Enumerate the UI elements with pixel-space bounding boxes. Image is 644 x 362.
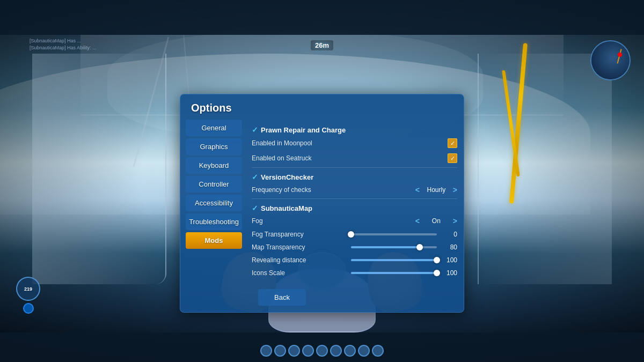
map-transparency-track[interactable] bbox=[351, 246, 437, 248]
distance-value: 26m bbox=[315, 41, 329, 49]
nav-accessibility[interactable]: Accessibility bbox=[186, 195, 242, 211]
seatruck-checkbox[interactable]: ✓ bbox=[448, 153, 457, 163]
setting-fog-transparency: Fog Transparency 0 bbox=[252, 228, 457, 241]
prawn-title: Prawn Repair and Charge bbox=[261, 126, 346, 134]
debug-line-1: [SubnauticaMap] Has ... bbox=[30, 38, 97, 45]
prawn-checkmark: ✓ bbox=[252, 125, 258, 134]
map-transparency-value: 80 bbox=[441, 243, 457, 251]
seatruck-check-icon: ✓ bbox=[450, 155, 455, 162]
nav-troubleshooting[interactable]: Troubleshooting bbox=[186, 213, 242, 230]
icons-scale-track[interactable] bbox=[351, 272, 437, 274]
debug-line-2: [SubnauticaMap] Has Ability: ... bbox=[30, 45, 97, 51]
map-transparency-label: Map Transparency bbox=[252, 243, 305, 251]
nav-general[interactable]: General bbox=[186, 120, 242, 136]
inventory-slot-4 bbox=[302, 345, 314, 357]
revealing-distance-slider-row: 100 bbox=[351, 256, 457, 264]
inventory-slot-3 bbox=[288, 345, 300, 357]
hud-left: 219 bbox=[16, 277, 40, 314]
revealing-distance-value: 100 bbox=[441, 256, 457, 264]
interior-left-wall bbox=[32, 54, 166, 284]
setting-moonpool: Enabled in Moonpool ✓ bbox=[252, 136, 457, 151]
minimap bbox=[590, 40, 631, 80]
interior-right-wall bbox=[478, 54, 612, 284]
revealing-distance-track[interactable] bbox=[351, 259, 437, 261]
fog-next[interactable]: > bbox=[453, 217, 457, 225]
fog-prev[interactable]: < bbox=[415, 217, 420, 225]
fog-control: < On > bbox=[415, 217, 457, 225]
fog-transparency-label: Fog Transparency bbox=[252, 231, 304, 238]
map-transparency-fill bbox=[351, 246, 420, 248]
nav-keyboard[interactable]: Keyboard bbox=[186, 157, 242, 174]
fog-transparency-slider-row: 0 bbox=[351, 231, 457, 238]
moonpool-check-icon: ✓ bbox=[450, 140, 455, 147]
revealing-distance-thumb[interactable] bbox=[434, 257, 440, 263]
inventory-slot-1 bbox=[260, 345, 272, 357]
icons-scale-slider-row: 100 bbox=[351, 269, 457, 277]
panel-title: Options bbox=[180, 94, 464, 120]
nav-controller[interactable]: Controller bbox=[186, 176, 242, 193]
nav-graphics[interactable]: Graphics bbox=[186, 138, 242, 155]
revealing-distance-fill bbox=[351, 259, 437, 261]
fog-value: On bbox=[423, 217, 450, 225]
debug-text: [SubnauticaMap] Has ... [SubnauticaMap] … bbox=[30, 38, 97, 51]
setting-frequency: Frequency of checks < Hourly > bbox=[252, 183, 457, 197]
hud-inventory bbox=[260, 345, 384, 357]
setting-seatruck: Enabled on Seatruck ✓ bbox=[252, 151, 457, 166]
frequency-prev[interactable]: < bbox=[415, 186, 420, 194]
versionchecker-title: VersionChecker bbox=[261, 173, 313, 181]
distance-indicator: 26m bbox=[311, 40, 333, 50]
section-subnauticamap-header: ✓ SubnauticaMap bbox=[252, 201, 457, 214]
setting-revealing-distance: Revealing distance 100 bbox=[252, 254, 457, 267]
content-area[interactable]: ✓ Prawn Repair and Charge Enabled in Moo… bbox=[247, 120, 464, 285]
icons-scale-label: Icons Scale bbox=[252, 269, 285, 277]
revealing-distance-label: Revealing distance bbox=[252, 256, 306, 264]
inventory-slot-5 bbox=[316, 345, 328, 357]
setting-icons-scale: Icons Scale 100 bbox=[252, 267, 457, 279]
fog-transparency-value: 0 bbox=[441, 231, 457, 238]
section-prawn-header: ✓ Prawn Repair and Charge bbox=[252, 122, 457, 136]
frequency-label: Frequency of checks bbox=[252, 186, 311, 194]
versionchecker-checkmark: ✓ bbox=[252, 173, 258, 181]
frequency-next[interactable]: > bbox=[453, 186, 457, 194]
fog-label: Fog bbox=[252, 217, 263, 225]
inventory-slot-6 bbox=[330, 345, 342, 357]
moonpool-checkbox[interactable]: ✓ bbox=[448, 138, 457, 148]
top-bar bbox=[0, 0, 644, 35]
options-panel: Options General Graphics Keyboard Contro… bbox=[180, 94, 464, 313]
divider-2 bbox=[252, 198, 457, 199]
setting-fog: Fog < On > bbox=[252, 214, 457, 228]
seatruck-label: Enabled on Seatruck bbox=[252, 154, 311, 162]
inventory-slot-2 bbox=[274, 345, 286, 357]
panel-content: General Graphics Keyboard Controller Acc… bbox=[180, 120, 464, 285]
inventory-slot-9 bbox=[372, 345, 384, 357]
section-versionchecker-header: ✓ VersionChecker bbox=[252, 169, 457, 183]
icons-scale-thumb[interactable] bbox=[434, 270, 440, 276]
hud-small-circle bbox=[23, 303, 34, 314]
icons-scale-fill bbox=[351, 272, 437, 274]
nav-mods[interactable]: Mods bbox=[186, 232, 242, 249]
nav-sidebar: General Graphics Keyboard Controller Acc… bbox=[180, 120, 247, 285]
frequency-value: Hourly bbox=[423, 186, 450, 194]
back-button[interactable]: Back bbox=[258, 289, 306, 306]
map-transparency-thumb[interactable] bbox=[416, 244, 423, 250]
subnauticamap-checkmark: ✓ bbox=[252, 204, 258, 212]
frequency-control: < Hourly > bbox=[415, 186, 457, 194]
panel-footer: Back bbox=[180, 285, 464, 312]
moonpool-label: Enabled in Moonpool bbox=[252, 139, 312, 147]
inventory-slot-7 bbox=[344, 345, 356, 357]
icons-scale-value: 100 bbox=[441, 269, 457, 277]
setting-map-transparency: Map Transparency 80 bbox=[252, 241, 457, 254]
divider-1 bbox=[252, 167, 457, 168]
map-transparency-slider-row: 80 bbox=[351, 243, 457, 251]
fog-transparency-track[interactable] bbox=[351, 233, 437, 235]
fog-transparency-thumb[interactable] bbox=[348, 231, 354, 238]
inventory-slot-8 bbox=[358, 345, 370, 357]
hud-value: 219 bbox=[24, 286, 32, 292]
subnauticamap-title: SubnauticaMap bbox=[261, 204, 312, 212]
hud-oxygen-circle: 219 bbox=[16, 277, 40, 301]
